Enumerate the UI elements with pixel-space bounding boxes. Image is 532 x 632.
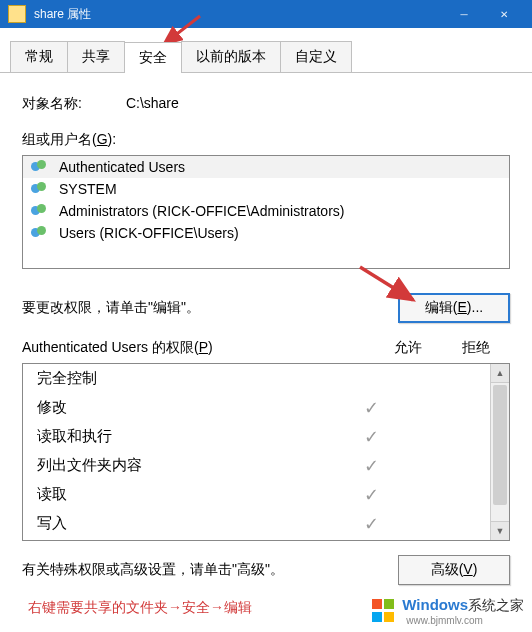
list-item-label: Authenticated Users	[59, 159, 185, 175]
windows-logo-icon	[372, 599, 396, 623]
perm-row: 修改 ✓	[23, 393, 490, 422]
tab-security[interactable]: 安全	[124, 42, 182, 73]
advanced-hint: 有关特殊权限或高级设置，请单击"高级"。	[22, 561, 284, 579]
groups-listbox[interactable]: Authenticated Users SYSTEM Administrator…	[22, 155, 510, 269]
edit-hint: 要更改权限，请单击"编辑"。	[22, 299, 200, 317]
allow-header: 允许	[394, 339, 422, 357]
scroll-up-button[interactable]: ▲	[491, 364, 509, 383]
list-item[interactable]: Authenticated Users	[23, 156, 509, 178]
tab-previous-versions[interactable]: 以前的版本	[181, 41, 281, 72]
tab-sharing[interactable]: 共享	[67, 41, 125, 72]
users-icon	[31, 225, 51, 241]
list-item-label: SYSTEM	[59, 181, 117, 197]
deny-header: 拒绝	[462, 339, 490, 357]
allow-mark: ✓	[336, 457, 406, 475]
allow-mark: ✓	[336, 428, 406, 446]
tab-general[interactable]: 常规	[10, 41, 68, 72]
tab-strip: 常规 共享 安全 以前的版本 自定义	[0, 38, 532, 73]
scroll-thumb[interactable]	[493, 385, 507, 505]
close-button[interactable]: ✕	[484, 9, 524, 20]
object-name-row: 对象名称: C:\share	[22, 95, 510, 113]
list-item[interactable]: SYSTEM	[23, 178, 509, 200]
allow-mark: ✓	[336, 486, 406, 504]
users-icon	[31, 181, 51, 197]
list-item[interactable]: Administrators (RICK-OFFICE\Administrato…	[23, 200, 509, 222]
folder-icon	[8, 5, 26, 23]
edit-button[interactable]: 编辑(E)...	[398, 293, 510, 323]
permissions-header: Authenticated Users 的权限(P) 允许 拒绝	[22, 339, 510, 357]
allow-mark: ✓	[336, 515, 406, 533]
window-title: share 属性	[34, 6, 444, 23]
perm-row: 写入 ✓	[23, 509, 490, 538]
tab-customize[interactable]: 自定义	[280, 41, 352, 72]
object-name-value: C:\share	[126, 95, 179, 113]
object-name-label: 对象名称:	[22, 95, 82, 113]
users-icon	[31, 159, 51, 175]
list-item-label: Users (RICK-OFFICE\Users)	[59, 225, 239, 241]
list-item-label: Administrators (RICK-OFFICE\Administrato…	[59, 203, 344, 219]
perm-row: 读取 ✓	[23, 480, 490, 509]
perm-row: 读取和执行 ✓	[23, 422, 490, 451]
allow-mark: ✓	[336, 399, 406, 417]
groups-label: 组或用户名(G):	[22, 131, 510, 149]
minimize-button[interactable]: ─	[444, 9, 484, 20]
permissions-listbox: 完全控制 修改 ✓ 读取和执行 ✓ 列出文件夹内容 ✓	[22, 363, 510, 541]
scroll-down-button[interactable]: ▼	[491, 521, 509, 540]
users-icon	[31, 203, 51, 219]
perm-row: 完全控制	[23, 364, 490, 393]
perm-row: 列出文件夹内容 ✓	[23, 451, 490, 480]
scrollbar[interactable]: ▲ ▼	[490, 364, 509, 540]
list-item[interactable]: Users (RICK-OFFICE\Users)	[23, 222, 509, 244]
titlebar: share 属性 ─ ✕	[0, 0, 532, 28]
advanced-button[interactable]: 高级(V)	[398, 555, 510, 585]
watermark: Windows系统之家 www.bjmmlv.com	[372, 596, 524, 626]
